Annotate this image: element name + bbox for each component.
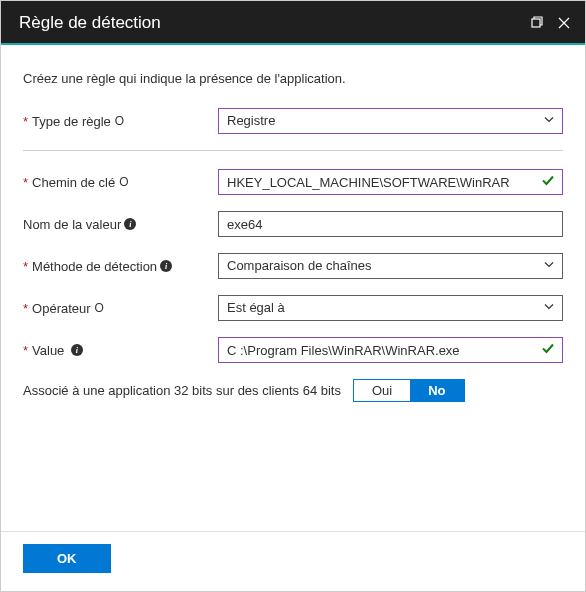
label-value: *Value i — [23, 343, 218, 358]
label-key-path: *Chemin de cléO — [23, 175, 218, 190]
info-icon: i — [160, 260, 172, 272]
toggle-no[interactable]: No — [410, 380, 463, 401]
info-icon: i — [124, 218, 136, 230]
label-assoc-32: Associé à une application 32 bits sur de… — [23, 383, 341, 398]
label-value-name: Nom de la valeuri — [23, 217, 218, 232]
detection-method-select[interactable]: Comparaison de chaînes — [218, 253, 563, 279]
rule-type-select[interactable]: Registre — [218, 108, 563, 134]
svg-rect-0 — [532, 19, 540, 27]
info-icon: i — [71, 344, 83, 356]
value-input[interactable] — [218, 337, 563, 363]
ok-button[interactable]: OK — [23, 544, 111, 573]
value-name-input[interactable] — [218, 211, 563, 237]
panel-title: Règle de détection — [19, 13, 161, 33]
key-path-input[interactable] — [218, 169, 563, 195]
label-detection-method: *Méthode de détectioni — [23, 259, 218, 274]
close-icon[interactable] — [557, 16, 571, 30]
restore-icon[interactable] — [529, 16, 543, 30]
intro-text: Créez une règle qui indique la présence … — [23, 71, 563, 86]
divider — [23, 150, 563, 151]
assoc-32-toggle[interactable]: Oui No — [353, 379, 465, 402]
label-operator: *OpérateurO — [23, 301, 218, 316]
label-rule-type: *Type de règleO — [23, 114, 218, 129]
toggle-yes[interactable]: Oui — [354, 380, 410, 401]
operator-select[interactable]: Est égal à — [218, 295, 563, 321]
